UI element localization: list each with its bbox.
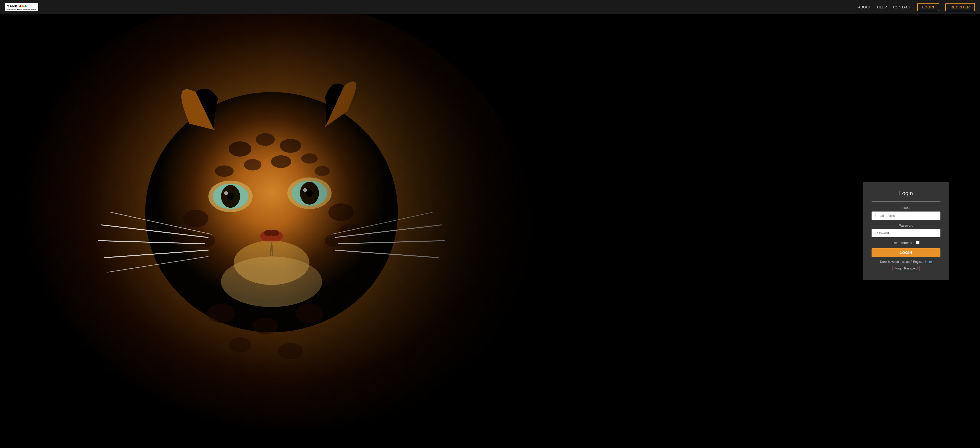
nav-about[interactable]: ABOUT (858, 5, 871, 9)
remember-me-checkbox[interactable] (916, 241, 920, 244)
hero: Login Email Password Remember Me LOGIN D… (0, 0, 980, 448)
login-button[interactable]: LOGIN (872, 248, 940, 257)
svg-rect-46 (0, 14, 568, 448)
remember-me-label: Remember Me (892, 241, 915, 245)
logo-subtitle: South African National Biodiversity Inst… (7, 8, 36, 10)
logo-area[interactable]: SANBI South African National Biodiversit… (5, 3, 38, 11)
nav-links: ABOUT HELP CONTACT LOGIN REGISTER (858, 3, 975, 11)
nav-help[interactable]: HELP (877, 5, 887, 9)
password-input[interactable] (872, 229, 940, 237)
login-title-container: Login (872, 190, 940, 201)
nav-register-button[interactable]: REGISTER (945, 3, 975, 11)
email-label: Email (872, 206, 940, 210)
logo-box: SANBI South African National Biodiversit… (5, 3, 38, 11)
register-link[interactable]: Here (925, 260, 932, 264)
email-input[interactable] (872, 212, 940, 220)
login-card: Login Email Password Remember Me LOGIN D… (862, 182, 950, 280)
logo-title: SANBI (7, 4, 19, 8)
login-title: Login (872, 190, 940, 197)
remember-me-row: Remember Me (872, 241, 940, 245)
password-label: Password (872, 223, 940, 227)
register-prompt: Don't have an account? Register Here (872, 260, 940, 264)
logo-icons (19, 5, 27, 7)
navbar: SANBI South African National Biodiversit… (0, 0, 980, 14)
nav-login-button[interactable]: LOGIN (917, 3, 939, 11)
leopard-image (0, 14, 568, 448)
forgot-password-link[interactable]: Forgot Password (892, 266, 920, 271)
nav-contact[interactable]: CONTACT (893, 5, 911, 9)
